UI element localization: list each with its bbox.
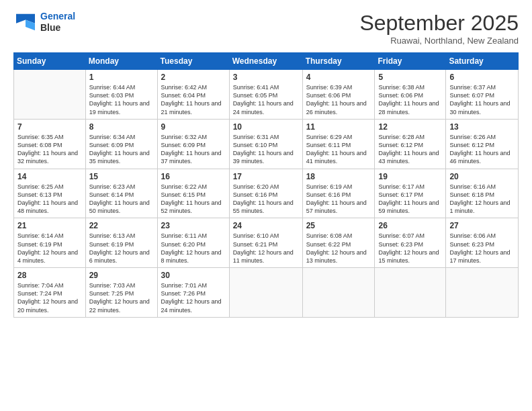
day-number: 21 [17,220,82,231]
cell-info: Sunrise: 6:10 AM Sunset: 6:21 PM Dayligh… [233,232,299,265]
day-number: 3 [233,72,299,83]
calendar-cell: 24Sunrise: 6:10 AM Sunset: 6:21 PM Dayli… [229,218,302,268]
calendar-cell: 20Sunrise: 6:16 AM Sunset: 6:18 PM Dayli… [446,169,519,218]
weekday-header-wednesday: Wednesday [229,53,302,70]
day-number: 8 [89,122,154,132]
cell-info: Sunrise: 6:16 AM Sunset: 6:18 PM Dayligh… [449,183,515,216]
calendar-cell: 14Sunrise: 6:25 AM Sunset: 6:13 PM Dayli… [14,169,86,218]
cell-info: Sunrise: 6:35 AM Sunset: 6:08 PM Dayligh… [17,133,82,166]
cell-info: Sunrise: 6:17 AM Sunset: 6:17 PM Dayligh… [378,183,442,216]
calendar-cell [446,268,519,318]
calendar-cell: 2Sunrise: 6:42 AM Sunset: 6:04 PM Daylig… [157,70,229,120]
cell-info: Sunrise: 6:25 AM Sunset: 6:13 PM Dayligh… [17,183,82,216]
cell-info: Sunrise: 6:08 AM Sunset: 6:22 PM Dayligh… [306,232,371,265]
day-number: 26 [378,220,442,231]
week-row-2: 7Sunrise: 6:35 AM Sunset: 6:08 PM Daylig… [14,119,519,169]
calendar-cell: 29Sunrise: 7:03 AM Sunset: 7:25 PM Dayli… [85,268,157,318]
weekday-header-thursday: Thursday [302,53,375,70]
calendar-cell: 19Sunrise: 6:17 AM Sunset: 6:17 PM Dayli… [375,169,446,218]
calendar-cell: 28Sunrise: 7:04 AM Sunset: 7:24 PM Dayli… [14,268,86,318]
cell-info: Sunrise: 6:14 AM Sunset: 6:19 PM Dayligh… [17,232,82,265]
cell-info: Sunrise: 6:44 AM Sunset: 6:03 PM Dayligh… [89,83,154,116]
day-number: 19 [378,171,442,182]
day-number: 14 [17,171,82,182]
calendar-cell: 27Sunrise: 6:06 AM Sunset: 6:23 PM Dayli… [446,218,519,268]
calendar-cell: 8Sunrise: 6:34 AM Sunset: 6:09 PM Daylig… [85,119,157,169]
weekday-header-saturday: Saturday [446,53,519,70]
cell-info: Sunrise: 7:03 AM Sunset: 7:25 PM Dayligh… [89,281,154,314]
calendar-cell: 10Sunrise: 6:31 AM Sunset: 6:10 PM Dayli… [229,119,302,169]
day-number: 30 [161,270,226,281]
calendar-table: SundayMondayTuesdayWednesdayThursdayFrid… [13,52,519,318]
calendar-cell: 22Sunrise: 6:13 AM Sunset: 6:19 PM Dayli… [85,218,157,268]
weekday-header-monday: Monday [85,53,157,70]
cell-info: Sunrise: 6:28 AM Sunset: 6:12 PM Dayligh… [378,133,442,166]
cell-info: Sunrise: 6:13 AM Sunset: 6:19 PM Dayligh… [89,232,154,265]
month-title: September 2025 [359,11,519,36]
calendar-cell: 16Sunrise: 6:22 AM Sunset: 6:15 PM Dayli… [157,169,229,218]
day-number: 10 [233,122,299,132]
calendar-cell: 11Sunrise: 6:29 AM Sunset: 6:11 PM Dayli… [302,119,375,169]
calendar-cell: 12Sunrise: 6:28 AM Sunset: 6:12 PM Dayli… [375,119,446,169]
cell-info: Sunrise: 6:22 AM Sunset: 6:15 PM Dayligh… [161,183,226,216]
week-row-5: 28Sunrise: 7:04 AM Sunset: 7:24 PM Dayli… [14,268,519,318]
day-number: 20 [449,171,515,182]
calendar-cell: 15Sunrise: 6:23 AM Sunset: 6:14 PM Dayli… [85,169,157,218]
cell-info: Sunrise: 6:38 AM Sunset: 6:06 PM Dayligh… [378,83,442,116]
calendar-cell: 25Sunrise: 6:08 AM Sunset: 6:22 PM Dayli… [302,218,375,268]
cell-info: Sunrise: 6:41 AM Sunset: 6:05 PM Dayligh… [233,83,299,116]
day-number: 5 [378,72,442,83]
calendar-cell [14,70,86,120]
day-number: 1 [89,72,154,83]
cell-info: Sunrise: 7:01 AM Sunset: 7:26 PM Dayligh… [161,281,226,314]
cell-info: Sunrise: 6:07 AM Sunset: 6:23 PM Dayligh… [378,232,442,265]
day-number: 29 [89,270,154,281]
calendar-cell: 13Sunrise: 6:26 AM Sunset: 6:12 PM Dayli… [446,119,519,169]
calendar-cell: 6Sunrise: 6:37 AM Sunset: 6:07 PM Daylig… [446,70,519,120]
cell-info: Sunrise: 7:04 AM Sunset: 7:24 PM Dayligh… [17,281,82,314]
cell-info: Sunrise: 6:32 AM Sunset: 6:09 PM Dayligh… [161,133,226,166]
calendar-cell: 4Sunrise: 6:39 AM Sunset: 6:06 PM Daylig… [302,70,375,120]
day-number: 15 [89,171,154,182]
location-subtitle: Ruawai, Northland, New Zealand [359,36,519,46]
day-number: 22 [89,220,154,231]
day-number: 4 [306,72,371,83]
calendar-cell: 18Sunrise: 6:19 AM Sunset: 6:16 PM Dayli… [302,169,375,218]
week-row-4: 21Sunrise: 6:14 AM Sunset: 6:19 PM Dayli… [14,218,519,268]
calendar-cell: 9Sunrise: 6:32 AM Sunset: 6:09 PM Daylig… [157,119,229,169]
calendar-cell: 30Sunrise: 7:01 AM Sunset: 7:26 PM Dayli… [157,268,229,318]
day-number: 6 [449,72,515,83]
weekday-header-tuesday: Tuesday [157,53,229,70]
cell-info: Sunrise: 6:29 AM Sunset: 6:11 PM Dayligh… [306,133,371,166]
calendar-cell: 17Sunrise: 6:20 AM Sunset: 6:16 PM Dayli… [229,169,302,218]
day-number: 12 [378,122,442,132]
cell-info: Sunrise: 6:11 AM Sunset: 6:20 PM Dayligh… [161,232,226,265]
logo: General Blue [13,11,75,34]
calendar-cell: 7Sunrise: 6:35 AM Sunset: 6:08 PM Daylig… [14,119,86,169]
logo-icon [13,13,38,32]
day-number: 16 [161,171,226,182]
calendar-cell: 23Sunrise: 6:11 AM Sunset: 6:20 PM Dayli… [157,218,229,268]
cell-info: Sunrise: 6:26 AM Sunset: 6:12 PM Dayligh… [449,133,515,166]
cell-info: Sunrise: 6:20 AM Sunset: 6:16 PM Dayligh… [233,183,299,216]
page: General Blue September 2025 Ruawai, Nort… [0,0,532,411]
weekday-header-friday: Friday [375,53,446,70]
day-number: 27 [449,220,515,231]
cell-info: Sunrise: 6:06 AM Sunset: 6:23 PM Dayligh… [449,232,515,265]
calendar-cell: 1Sunrise: 6:44 AM Sunset: 6:03 PM Daylig… [85,70,157,120]
header: General Blue September 2025 Ruawai, Nort… [13,11,519,46]
day-number: 28 [17,270,82,281]
calendar-cell: 5Sunrise: 6:38 AM Sunset: 6:06 PM Daylig… [375,70,446,120]
weekday-header-sunday: Sunday [14,53,86,70]
day-number: 23 [161,220,226,231]
weekday-header-row: SundayMondayTuesdayWednesdayThursdayFrid… [14,53,519,70]
title-block: September 2025 Ruawai, Northland, New Ze… [359,11,519,46]
day-number: 7 [17,122,82,132]
cell-info: Sunrise: 6:19 AM Sunset: 6:16 PM Dayligh… [306,183,371,216]
cell-info: Sunrise: 6:39 AM Sunset: 6:06 PM Dayligh… [306,83,371,116]
calendar-cell [302,268,375,318]
cell-info: Sunrise: 6:42 AM Sunset: 6:04 PM Dayligh… [161,83,226,116]
calendar-cell [375,268,446,318]
cell-info: Sunrise: 6:23 AM Sunset: 6:14 PM Dayligh… [89,183,154,216]
cell-info: Sunrise: 6:37 AM Sunset: 6:07 PM Dayligh… [449,83,515,116]
